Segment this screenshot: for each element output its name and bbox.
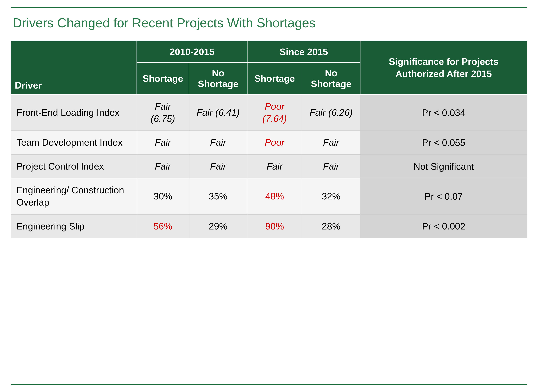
table-row: Engineering Slip56%29%90%28%Pr < 0.002 [11,214,527,238]
table-row: Front-End Loading IndexFair (6.75)Fair (… [11,94,527,131]
no-shortage-since-2015-value: Fair [302,131,360,155]
driver-name: Team Development Index [11,131,137,155]
shortage-2010-header: Shortage [137,62,189,94]
no-shortage-since-2015-value: Fair [302,154,360,178]
driver-name: Engineering/ Construction Overlap [11,178,137,214]
no-shortage-2010-header: No Shortage [189,62,247,94]
shortage-2010-value: 56% [137,214,189,238]
shortage-since-header: Shortage [247,62,302,94]
shortage-2010-value: Fair (6.75) [137,94,189,131]
bottom-border-line [11,384,527,385]
no-shortage-2010-value: Fair [189,154,247,178]
shortage-2010-value: 30% [137,178,189,214]
no-shortage-2010-value: Fair (6.41) [189,94,247,131]
no-shortage-2010-value: 29% [189,214,247,238]
shortage-since-2015-value: 48% [247,178,302,214]
significance-value: Pr < 0.055 [360,131,527,155]
no-shortage-since-2015-value: 32% [302,178,360,214]
shortage-2010-value: Fair [137,131,189,155]
significance-value: Pr < 0.07 [360,178,527,214]
table-row: Project Control IndexFairFairFairFairNot… [11,154,527,178]
shortage-since-2015-value: 90% [247,214,302,238]
no-shortage-2010-value: 35% [189,178,247,214]
shortage-2010-value: Fair [137,154,189,178]
header-top-row: Driver 2010-2015 Since 2015 Significance… [11,41,527,62]
data-table: Driver 2010-2015 Since 2015 Significance… [11,41,527,238]
no-shortage-since-2015-value: Fair (6.26) [302,94,360,131]
table-body: Front-End Loading IndexFair (6.75)Fair (… [11,94,527,238]
significance-value: Not Significant [360,154,527,178]
period-2010-2015-header: 2010-2015 [137,41,247,62]
shortage-since-2015-value: Poor (7.64) [247,94,302,131]
driver-column-header: Driver [11,41,137,94]
no-shortage-2010-value: Fair [189,131,247,155]
period-since-2015-header: Since 2015 [247,41,360,62]
driver-name: Front-End Loading Index [11,94,137,131]
no-shortage-since-2015-value: 28% [302,214,360,238]
top-border-line [11,7,527,8]
driver-name: Project Control Index [11,154,137,178]
table-row: Team Development IndexFairFairPoorFairPr… [11,131,527,155]
no-shortage-since-header: No Shortage [302,62,360,94]
driver-name: Engineering Slip [11,214,137,238]
significance-value: Pr < 0.002 [360,214,527,238]
table-row: Engineering/ Construction Overlap30%35%4… [11,178,527,214]
shortage-since-2015-value: Poor [247,131,302,155]
significance-header: Significance for Projects Authorized Aft… [360,41,527,94]
shortage-since-2015-value: Fair [247,154,302,178]
significance-value: Pr < 0.034 [360,94,527,131]
page-title: Drivers Changed for Recent Projects With… [11,15,527,30]
